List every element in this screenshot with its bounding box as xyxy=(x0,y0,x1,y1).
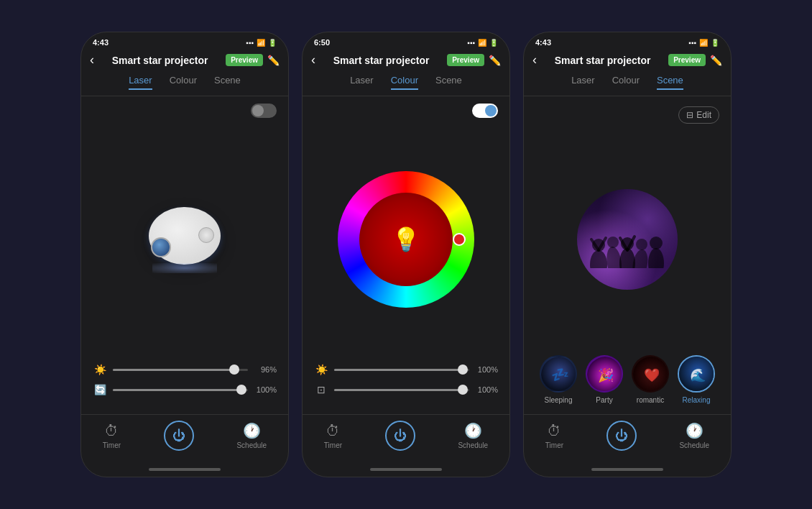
pencil-icon-3[interactable]: ✏️ xyxy=(710,55,722,66)
preview-button-2[interactable]: Preview xyxy=(447,54,484,66)
bottom-bar-1: ⏱ Timer ⏻ 🕐 Schedule xyxy=(81,414,288,462)
status-icons-2: ▪▪▪ 📶 🔋 xyxy=(467,39,498,47)
party-silhouette xyxy=(584,211,670,268)
scene-preview-inner xyxy=(577,189,678,290)
header-2: ‹ Smart star projector Preview ✏️ xyxy=(303,50,509,72)
speed-value-1: 100% xyxy=(254,385,277,394)
brightness-thumb-2[interactable] xyxy=(458,364,468,375)
scenes-grid: 💤 Sleeping xyxy=(535,349,719,407)
scene-item-romantic[interactable]: ❤️ romantic xyxy=(632,355,669,404)
phone-laser: 4:43 ▪▪▪ 📶 🔋 ‹ Smart star projector Prev… xyxy=(80,32,289,477)
timer-icon-2: ⏱ xyxy=(326,423,340,439)
power-button-2[interactable]: ⏻ xyxy=(385,421,415,451)
toggle-row-1 xyxy=(93,104,277,118)
signal-icon-2: ▪▪▪ xyxy=(467,39,475,47)
color-wheel[interactable]: 💡 xyxy=(338,171,474,308)
edit-button[interactable]: ⊟ Edit xyxy=(678,106,719,124)
pencil-icon-2[interactable]: ✏️ xyxy=(489,55,501,66)
color-wheel-inner: 💡 xyxy=(359,193,453,286)
status-icons-3: ▪▪▪ 📶 🔋 xyxy=(688,39,719,47)
brightness-track[interactable] xyxy=(113,369,248,371)
header-left-3: ‹ xyxy=(532,52,537,68)
home-bar-1 xyxy=(149,468,221,471)
tab-scene-3[interactable]: Scene xyxy=(657,75,683,90)
home-bar-3 xyxy=(591,468,663,471)
tab-colour-1[interactable]: Colour xyxy=(170,75,197,90)
power-icon-3: ⏻ xyxy=(615,428,628,444)
time-1: 4:43 xyxy=(93,38,109,47)
power-toggle-2[interactable] xyxy=(472,104,498,118)
content-colour: 💡 ☀️ 100% ⊡ 100% xyxy=(303,96,509,414)
schedule-item-3[interactable]: 🕐 Schedule xyxy=(679,422,709,449)
content-laser: ☀️ 96% 🔄 100% xyxy=(81,96,288,414)
schedule-item-2[interactable]: 🕐 Schedule xyxy=(458,422,488,449)
header-right-1: Preview ✏️ xyxy=(226,54,280,66)
tab-colour-3[interactable]: Colour xyxy=(612,75,640,90)
timer-item-1[interactable]: ⏱ Timer xyxy=(103,423,121,449)
status-bar-2: 6:50 ▪▪▪ 📶 🔋 xyxy=(303,32,509,50)
tab-colour-2[interactable]: Colour xyxy=(391,75,418,90)
status-bar-3: 4:43 ▪▪▪ 📶 🔋 xyxy=(524,32,731,50)
pencil-icon-1[interactable]: ✏️ xyxy=(267,55,280,66)
timer-item-3[interactable]: ⏱ Timer xyxy=(545,423,563,449)
back-button-2[interactable]: ‹ xyxy=(311,52,315,68)
sliders-area-1: ☀️ 96% 🔄 100% xyxy=(93,358,277,407)
signal-icon-3: ▪▪▪ xyxy=(688,39,696,47)
preview-button-3[interactable]: Preview xyxy=(668,54,706,66)
scene-item-sleeping[interactable]: 💤 Sleeping xyxy=(540,355,577,404)
back-button-1[interactable]: ‹ xyxy=(90,52,94,68)
projector-lens xyxy=(151,237,171,257)
saturation-thumb[interactable] xyxy=(458,385,468,395)
header-1: ‹ Smart star projector Preview ✏️ xyxy=(81,50,288,72)
power-toggle-1[interactable] xyxy=(251,104,277,118)
romantic-svg: ❤️ xyxy=(633,357,669,393)
power-button-3[interactable]: ⏻ xyxy=(606,421,637,451)
scene-item-relaxing[interactable]: 🌊 Relaxing xyxy=(678,355,715,404)
schedule-item-1[interactable]: 🕐 Schedule xyxy=(236,422,267,449)
color-indicator xyxy=(453,233,466,246)
preview-button-1[interactable]: Preview xyxy=(226,54,263,66)
page-title-3: Smart star projector xyxy=(555,55,651,66)
tab-laser-2[interactable]: Laser xyxy=(350,75,374,90)
wifi-icon-1: 📶 xyxy=(257,39,265,47)
scene-item-party[interactable]: 🎉 Party xyxy=(586,355,623,404)
brightness-value-2: 100% xyxy=(475,365,498,374)
power-button-1[interactable]: ⏻ xyxy=(164,421,194,451)
phone-colour: 6:50 ▪▪▪ 📶 🔋 ‹ Smart star projector Prev… xyxy=(302,32,510,477)
header-left-2: ‹ xyxy=(311,52,315,68)
phone-scene: 4:43 ▪▪▪ 📶 🔋 ‹ Smart star projector Prev… xyxy=(523,32,732,477)
schedule-label-3: Schedule xyxy=(679,441,709,449)
color-wheel-area: 💡 xyxy=(314,121,498,358)
speed-slider-row: 🔄 100% xyxy=(93,384,277,395)
speed-fill xyxy=(113,389,241,391)
tab-laser-3[interactable]: Laser xyxy=(571,75,595,90)
header-3: ‹ Smart star projector Preview ✏️ xyxy=(524,50,731,72)
speed-track[interactable] xyxy=(113,389,248,391)
tabs-3: Laser Colour Scene xyxy=(524,72,731,96)
tabs-1: Laser Colour Scene xyxy=(81,72,288,96)
time-3: 4:43 xyxy=(535,38,551,47)
tab-laser-1[interactable]: Laser xyxy=(129,75,152,90)
home-indicator-2 xyxy=(303,462,509,477)
brightness-fill-2 xyxy=(334,369,463,371)
brightness-track-2[interactable] xyxy=(334,369,469,371)
power-icon-1: ⏻ xyxy=(172,428,185,444)
home-indicator-3 xyxy=(524,462,731,477)
saturation-track[interactable] xyxy=(334,389,469,391)
page-title-1: Smart star projector xyxy=(112,55,208,66)
svg-text:🎉: 🎉 xyxy=(598,367,614,383)
tab-scene-1[interactable]: Scene xyxy=(214,75,241,90)
page-title-2: Smart star projector xyxy=(333,55,430,66)
schedule-icon-2: 🕐 xyxy=(464,422,482,439)
timer-label-2: Timer xyxy=(324,441,342,449)
speed-thumb[interactable] xyxy=(236,385,246,395)
timer-item-2[interactable]: ⏱ Timer xyxy=(324,423,342,449)
timer-icon-3: ⏱ xyxy=(547,423,561,439)
svg-text:❤️: ❤️ xyxy=(644,367,660,383)
tab-scene-2[interactable]: Scene xyxy=(435,75,462,90)
header-right-2: Preview ✏️ xyxy=(447,54,501,66)
wifi-icon-2: 📶 xyxy=(478,39,486,47)
brightness-thumb[interactable] xyxy=(229,364,239,375)
back-button-3[interactable]: ‹ xyxy=(532,52,537,68)
party-svg: 🎉 xyxy=(587,357,623,393)
